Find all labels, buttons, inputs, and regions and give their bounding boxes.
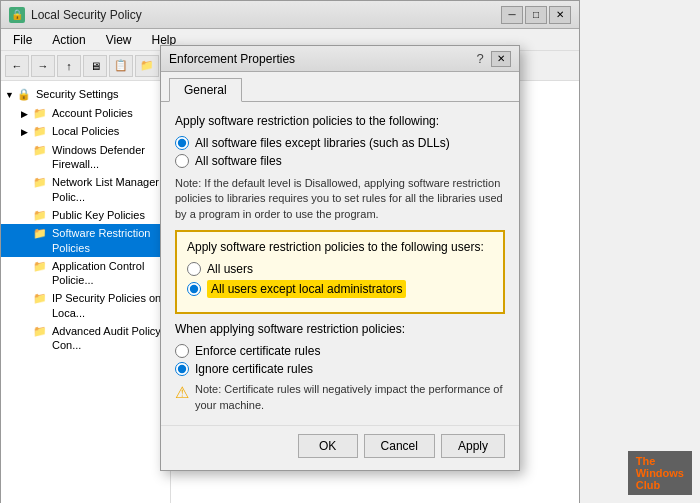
help-icon[interactable]: ?	[476, 51, 483, 66]
radio-label-all-software: All software files	[195, 154, 282, 168]
sidebar-item-software-restriction[interactable]: 📁 Software Restriction Policies	[1, 224, 170, 257]
menu-file[interactable]: File	[5, 31, 40, 49]
security-icon: 🔒	[17, 87, 33, 101]
sidebar-root-label: Security Settings	[36, 87, 119, 101]
up-button[interactable]: ↑	[57, 55, 81, 77]
radio-all-users[interactable]: All users	[187, 262, 493, 276]
apply-to-users-section: Apply software restriction policies to t…	[175, 230, 505, 314]
ok-button[interactable]: OK	[298, 434, 358, 458]
forward-button[interactable]: →	[31, 55, 55, 77]
sidebar-label-app-control: Application Control Policie...	[52, 259, 166, 288]
radio-all-software[interactable]: All software files	[175, 154, 505, 168]
minimize-button[interactable]: ─	[501, 6, 523, 24]
warning-row: ⚠ Note: Certificate rules will negativel…	[175, 382, 505, 413]
radio-input-all-except-dlls[interactable]	[175, 136, 189, 150]
watermark-line3: Club	[636, 479, 660, 491]
folder-icon-appcontrol: 📁	[33, 259, 49, 273]
sidebar-item-advanced-audit[interactable]: 📁 Advanced Audit Policy Con...	[1, 322, 170, 355]
apply-to-note: Note: If the default level is Disallowed…	[175, 176, 505, 222]
radio-input-enforce-cert[interactable]	[175, 344, 189, 358]
apply-button[interactable]: Apply	[441, 434, 505, 458]
watermark-line1: The	[636, 455, 656, 467]
apply-to-users-options: All users All users except local adminis…	[187, 262, 493, 298]
dialog-title: Enforcement Properties	[169, 52, 476, 66]
sidebar-label-network-list: Network List Manager Polic...	[52, 175, 166, 204]
radio-input-all-users[interactable]	[187, 262, 201, 276]
tree-arrow-local: ▶	[21, 126, 33, 139]
sidebar-label-software-restriction: Software Restriction Policies	[52, 226, 166, 255]
radio-label-all-users: All users	[207, 262, 253, 276]
radio-label-all-except-admins: All users except local administrators	[207, 280, 406, 298]
radio-input-all-except-admins[interactable]	[187, 282, 201, 296]
maximize-button[interactable]: □	[525, 6, 547, 24]
radio-label-enforce-cert: Enforce certificate rules	[195, 344, 320, 358]
radio-label-all-except-dlls: All software files except libraries (suc…	[195, 136, 450, 150]
sidebar-label-advanced-audit: Advanced Audit Policy Con...	[52, 324, 166, 353]
cert-rules-label: When applying software restriction polic…	[175, 322, 505, 336]
sidebar-item-local-policies[interactable]: ▶ 📁 Local Policies	[1, 122, 170, 141]
radio-enforce-cert[interactable]: Enforce certificate rules	[175, 344, 505, 358]
radio-ignore-cert[interactable]: Ignore certificate rules	[175, 362, 505, 376]
sidebar-label-windows-defender: Windows Defender Firewall...	[52, 143, 166, 172]
export-button[interactable]: 📋	[109, 55, 133, 77]
sidebar-item-account-policies[interactable]: ▶ 📁 Account Policies	[1, 104, 170, 123]
back-button[interactable]: ←	[5, 55, 29, 77]
sidebar-tree: ▼ 🔒 Security Settings ▶ 📁 Account Polici…	[1, 81, 171, 503]
dialog-body: Apply software restriction policies to t…	[161, 102, 519, 425]
radio-all-except-dlls[interactable]: All software files except libraries (suc…	[175, 136, 505, 150]
sidebar-item-ip-security[interactable]: 📁 IP Security Policies on Loca...	[1, 289, 170, 322]
apply-to-users-label: Apply software restriction policies to t…	[187, 240, 493, 254]
watermark: The Windows Club	[628, 451, 692, 495]
folder-icon-defender: 📁	[33, 143, 49, 157]
warning-text: Note: Certificate rules will negatively …	[195, 382, 505, 413]
sidebar-label-account-policies: Account Policies	[52, 106, 133, 120]
folder-icon-local: 📁	[33, 124, 49, 138]
menu-view[interactable]: View	[98, 31, 140, 49]
sidebar-label-ip-security: IP Security Policies on Loca...	[52, 291, 166, 320]
radio-input-ignore-cert[interactable]	[175, 362, 189, 376]
apply-to-label: Apply software restriction policies to t…	[175, 114, 505, 128]
cancel-button[interactable]: Cancel	[364, 434, 435, 458]
sidebar-label-local-policies: Local Policies	[52, 124, 119, 138]
dialog-buttons: OK Cancel Apply	[161, 425, 519, 470]
tree-arrow-root: ▼	[5, 89, 17, 102]
radio-input-all-software[interactable]	[175, 154, 189, 168]
sidebar-item-app-control[interactable]: 📁 Application Control Policie...	[1, 257, 170, 290]
tab-strip: General	[161, 72, 519, 102]
app-icon: 🔒	[9, 7, 25, 23]
radio-label-ignore-cert: Ignore certificate rules	[195, 362, 313, 376]
dialog-close-button[interactable]: ✕	[491, 51, 511, 67]
sidebar-label-public-key: Public Key Policies	[52, 208, 145, 222]
tab-general[interactable]: General	[169, 78, 242, 102]
radio-all-except-admins[interactable]: All users except local administrators	[187, 280, 493, 298]
certificate-section: When applying software restriction polic…	[175, 322, 505, 413]
sidebar-item-root[interactable]: ▼ 🔒 Security Settings	[1, 85, 170, 104]
sidebar-item-public-key[interactable]: 📁 Public Key Policies	[1, 206, 170, 224]
sidebar-item-network-list[interactable]: 📁 Network List Manager Polic...	[1, 173, 170, 206]
main-title-bar: 🔒 Local Security Policy ─ □ ✕	[1, 1, 579, 29]
folder-icon-ipsec: 📁	[33, 291, 49, 305]
sidebar-item-windows-defender[interactable]: 📁 Windows Defender Firewall...	[1, 141, 170, 174]
import-button[interactable]: 📁	[135, 55, 159, 77]
folder-icon-pubkey: 📁	[33, 208, 49, 222]
folder-icon-software: 📁	[33, 226, 49, 240]
window-controls: ─ □ ✕	[501, 6, 571, 24]
warning-icon: ⚠	[175, 383, 189, 402]
enforcement-properties-dialog: Enforcement Properties ? ✕ General Apply…	[160, 45, 520, 471]
tree-arrow-account: ▶	[21, 108, 33, 121]
dialog-controls: ? ✕	[476, 51, 511, 67]
dialog-title-bar: Enforcement Properties ? ✕	[161, 46, 519, 72]
folder-icon-audit: 📁	[33, 324, 49, 338]
main-window-title: Local Security Policy	[31, 8, 495, 22]
show-hide-button[interactable]: 🖥	[83, 55, 107, 77]
cert-rules-options: Enforce certificate rules Ignore certifi…	[175, 344, 505, 376]
folder-icon-account: 📁	[33, 106, 49, 120]
menu-action[interactable]: Action	[44, 31, 93, 49]
apply-to-options: All software files except libraries (suc…	[175, 136, 505, 168]
watermark-line2: Windows	[636, 467, 684, 479]
close-button[interactable]: ✕	[549, 6, 571, 24]
folder-icon-network: 📁	[33, 175, 49, 189]
